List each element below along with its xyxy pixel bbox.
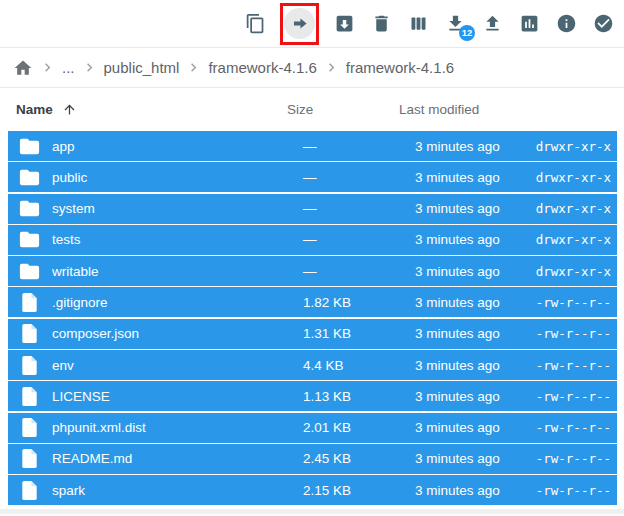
table-header: Name Size Last modified <box>0 88 624 131</box>
folder-icon <box>18 260 41 283</box>
horizontal-scrollbar[interactable] <box>0 509 624 514</box>
table-row[interactable]: composer.json 1.31 KB 3 minutes ago -rw-… <box>8 319 617 349</box>
columns-button[interactable] <box>406 12 430 36</box>
file-modified: 3 minutes ago <box>415 201 528 216</box>
table-row[interactable]: spark 2.15 KB 3 minutes ago -rw-r--r-- <box>8 475 617 505</box>
file-name: phpunit.xml.dist <box>52 420 303 435</box>
file-permissions: drwxr-xr-x <box>528 232 617 247</box>
file-modified: 3 minutes ago <box>415 232 528 247</box>
file-size: 1.82 KB <box>303 295 415 310</box>
file-permissions: drwxr-xr-x <box>528 139 617 154</box>
file-permissions: -rw-r--r-- <box>528 483 617 498</box>
file-icon <box>18 447 41 470</box>
file-size: — <box>303 139 415 154</box>
copy-icon <box>245 13 266 34</box>
file-list: app — 3 minutes ago drwxr-xr-x public — … <box>8 131 617 505</box>
file-size: 1.13 KB <box>303 389 415 404</box>
copy-button[interactable] <box>243 12 267 36</box>
breadcrumb-item-framework[interactable]: framework-4.1.6 <box>208 59 316 76</box>
file-size: — <box>303 264 415 279</box>
trash-icon <box>371 13 392 34</box>
stats-button[interactable] <box>517 12 541 36</box>
folder-icon <box>18 197 41 220</box>
file-name: .gitignore <box>52 295 303 310</box>
chevron-right-icon <box>39 59 56 76</box>
file-permissions: -rw-r--r-- <box>528 420 617 435</box>
file-icon <box>18 354 41 377</box>
file-modified: 3 minutes ago <box>415 358 528 373</box>
download-count-badge: 12 <box>459 25 475 41</box>
file-permissions: drwxr-xr-x <box>528 201 617 216</box>
info-button[interactable] <box>554 12 578 36</box>
breadcrumb-item-framework-current[interactable]: framework-4.1.6 <box>346 59 454 76</box>
info-icon <box>556 13 577 34</box>
archive-button[interactable] <box>332 12 356 36</box>
chevron-right-icon <box>323 59 340 76</box>
table-row[interactable]: env 4.4 KB 3 minutes ago -rw-r--r-- <box>8 350 617 380</box>
folder-icon <box>18 166 41 189</box>
file-modified: 3 minutes ago <box>415 483 528 498</box>
file-permissions: drwxr-xr-x <box>528 170 617 185</box>
arrow-up-icon <box>62 102 77 117</box>
file-size: 2.45 KB <box>303 451 415 466</box>
move-button[interactable] <box>284 8 315 39</box>
breadcrumb-item-public-html[interactable]: public_html <box>104 59 180 76</box>
file-name: composer.json <box>52 326 303 341</box>
column-header-modified[interactable]: Last modified <box>399 102 624 117</box>
red-highlight-box <box>280 3 319 45</box>
table-row[interactable]: README.md 2.45 KB 3 minutes ago -rw-r--r… <box>8 444 617 474</box>
file-icon <box>18 479 41 502</box>
table-row[interactable]: .gitignore 1.82 KB 3 minutes ago -rw-r--… <box>8 287 617 317</box>
table-row[interactable]: writable — 3 minutes ago drwxr-xr-x <box>8 256 617 286</box>
file-permissions: drwxr-xr-x <box>528 264 617 279</box>
folder-icon <box>18 135 41 158</box>
file-icon <box>18 322 41 345</box>
table-row[interactable]: public — 3 minutes ago drwxr-xr-x <box>8 162 617 192</box>
file-name: system <box>52 201 303 216</box>
file-icon <box>18 416 41 439</box>
file-permissions: -rw-r--r-- <box>528 389 617 404</box>
file-size: 2.15 KB <box>303 483 415 498</box>
file-icon <box>18 385 41 408</box>
table-row[interactable]: system — 3 minutes ago drwxr-xr-x <box>8 194 617 224</box>
folder-icon <box>18 228 41 251</box>
file-name: app <box>52 139 303 154</box>
file-size: 4.4 KB <box>303 358 415 373</box>
file-name: env <box>52 358 303 373</box>
columns-icon <box>408 13 429 34</box>
file-modified: 3 minutes ago <box>415 295 528 310</box>
arrow-right-icon <box>290 14 309 33</box>
table-row[interactable]: LICENSE 1.13 KB 3 minutes ago -rw-r--r-- <box>8 381 617 411</box>
file-size: — <box>303 170 415 185</box>
select-all-button[interactable] <box>591 12 615 36</box>
download-button[interactable]: 12 <box>443 12 467 36</box>
breadcrumb-item-ellipsis[interactable]: ... <box>62 59 75 76</box>
delete-button[interactable] <box>369 12 393 36</box>
file-icon <box>18 291 41 314</box>
table-row[interactable]: phpunit.xml.dist 2.01 KB 3 minutes ago -… <box>8 413 617 443</box>
file-permissions: -rw-r--r-- <box>528 451 617 466</box>
file-name: public <box>52 170 303 185</box>
file-modified: 3 minutes ago <box>415 420 528 435</box>
file-name: writable <box>52 264 303 279</box>
column-header-name[interactable]: Name <box>0 102 287 117</box>
box-down-arrow-icon <box>334 13 355 34</box>
file-size: 1.31 KB <box>303 326 415 341</box>
file-size: — <box>303 201 415 216</box>
home-icon[interactable] <box>13 58 33 78</box>
file-modified: 3 minutes ago <box>415 139 528 154</box>
file-modified: 3 minutes ago <box>415 170 528 185</box>
file-modified: 3 minutes ago <box>415 389 528 404</box>
table-row[interactable]: app — 3 minutes ago drwxr-xr-x <box>8 131 617 161</box>
file-modified: 3 minutes ago <box>415 451 528 466</box>
file-modified: 3 minutes ago <box>415 326 528 341</box>
file-size: — <box>303 232 415 247</box>
bar-chart-icon <box>519 13 540 34</box>
chevron-right-icon <box>185 59 202 76</box>
table-row[interactable]: tests — 3 minutes ago drwxr-xr-x <box>8 225 617 255</box>
check-circle-icon <box>593 13 614 34</box>
chevron-right-icon <box>81 59 98 76</box>
upload-button[interactable] <box>480 12 504 36</box>
file-permissions: -rw-r--r-- <box>528 358 617 373</box>
column-header-size[interactable]: Size <box>287 102 399 117</box>
